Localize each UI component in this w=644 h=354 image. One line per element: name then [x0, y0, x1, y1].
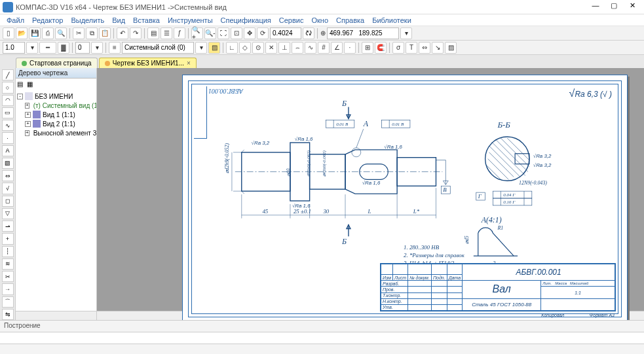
redo-button[interactable]: ↷ — [130, 27, 142, 39]
snap-mid-button[interactable]: ◇ — [239, 42, 251, 54]
menu-file[interactable]: Файл — [3, 16, 28, 24]
mark-button[interactable]: ↘ — [432, 42, 444, 54]
geom-axis-button[interactable]: ┆ — [2, 246, 14, 257]
tree-btn[interactable]: ▦ — [27, 80, 36, 90]
geom-rough-button[interactable]: √ — [2, 183, 14, 194]
undo-button[interactable]: ↶ — [117, 27, 128, 39]
drawing-canvas[interactable]: АБВГ.00.001 √Ra 6,3 (√ ) — [97, 68, 644, 311]
geom-text-button[interactable]: A — [2, 145, 14, 156]
new-button[interactable]: ▯ — [3, 27, 14, 39]
tree-btn[interactable]: ▤ — [17, 80, 26, 90]
command-input[interactable] — [0, 332, 644, 344]
edit-extend-button[interactable]: → — [2, 283, 14, 294]
pan-button[interactable]: ✥ — [244, 27, 256, 39]
geom-line-button[interactable]: ╱ — [2, 69, 14, 80]
edit-mirror-button[interactable]: ⇋ — [2, 309, 14, 320]
layer-button[interactable]: ≡ — [109, 42, 121, 54]
dim-button[interactable]: ⇔ — [419, 42, 430, 54]
menu-select[interactable]: Выделить — [67, 16, 108, 24]
tree-expand-icon[interactable]: + — [25, 112, 31, 118]
tree-node-view1[interactable]: + Вид 1 (1:1) — [17, 110, 95, 119]
menu-service[interactable]: Сервис — [275, 16, 308, 24]
cut-button[interactable]: ✂ — [73, 27, 85, 39]
tree-collapse-icon[interactable]: - — [17, 94, 23, 99]
coord-mode-button[interactable]: ▾ — [400, 27, 412, 39]
preview-button[interactable]: 🔍 — [55, 27, 67, 39]
geom-dim-button[interactable]: ⇔ — [2, 170, 14, 181]
snap-grid-button[interactable]: # — [318, 42, 330, 54]
snap-center-button[interactable]: ⊙ — [252, 42, 264, 54]
geom-datum-button[interactable]: ▽ — [2, 208, 14, 219]
menu-insert[interactable]: Вставка — [129, 16, 164, 24]
attr-button[interactable]: σ — [392, 42, 404, 54]
orbit-button[interactable]: ⟳ — [257, 27, 269, 39]
tree-root[interactable]: - БЕЗ ИМЕНИ — [17, 92, 95, 101]
snap-perp-button[interactable]: ⊥ — [278, 42, 290, 54]
tab-close-icon[interactable]: × — [187, 60, 191, 67]
snap-nearest-button[interactable]: ∿ — [305, 42, 316, 54]
geom-tol-button[interactable]: ◻ — [2, 196, 14, 207]
line-dropdown[interactable]: ▾ — [26, 42, 38, 54]
drawing-tree[interactable]: ▤ ▦ - БЕЗ ИМЕНИ + (т) Системный вид (1:1… — [16, 79, 96, 311]
geom-spline-button[interactable]: ∿ — [2, 120, 14, 131]
zoom-input[interactable] — [270, 27, 301, 39]
tree-scrollbar[interactable] — [16, 311, 96, 320]
props-button[interactable]: ☰ — [161, 27, 172, 39]
snap-point-button[interactable]: · — [344, 42, 356, 54]
paste-button[interactable]: 📋 — [99, 27, 111, 39]
step-input[interactable] — [75, 42, 90, 54]
resize-grip[interactable] — [0, 344, 644, 354]
open-button[interactable]: 📂 — [16, 27, 28, 39]
snap-toggle-button[interactable]: 🧲 — [375, 42, 387, 54]
print-button[interactable]: ⎙ — [42, 27, 54, 39]
refresh-button[interactable]: 🗘 — [303, 27, 314, 39]
save-button[interactable]: 💾 — [29, 27, 41, 39]
tree-expand-icon[interactable]: + — [25, 103, 29, 109]
copy-button[interactable]: ⧉ — [86, 27, 98, 39]
snap-tangent-button[interactable]: ⌢ — [292, 42, 303, 54]
menu-window[interactable]: Окно — [307, 16, 332, 24]
geom-point-button[interactable]: · — [2, 132, 14, 143]
tree-expand-icon[interactable]: + — [25, 121, 31, 127]
tree-node-system-view[interactable]: + (т) Системный вид (1:1) — [17, 101, 95, 110]
tree-expand-icon[interactable]: + — [25, 130, 29, 136]
geom-arc-button[interactable]: ◠ — [2, 95, 14, 106]
tree-node-view2[interactable]: + Вид 2 (1:1) — [17, 119, 95, 128]
menu-tools[interactable]: Инструменты — [164, 16, 217, 24]
filter-button[interactable]: ▤ — [147, 27, 159, 39]
layer-dropdown[interactable]: ▾ — [195, 42, 207, 54]
zoom-out-button[interactable]: 🔍- — [204, 27, 216, 39]
snap-end-button[interactable]: ∟ — [226, 42, 238, 54]
menu-help[interactable]: Справка — [332, 16, 368, 24]
geom-rect-button[interactable]: ▭ — [2, 107, 14, 118]
geom-circle-button[interactable]: ○ — [2, 82, 14, 93]
tab-start-page[interactable]: Стартовая страница — [16, 58, 98, 68]
layer-color-button[interactable]: ▨ — [208, 42, 220, 54]
edit-fillet-button[interactable]: ⌒ — [2, 296, 14, 308]
geom-break-button[interactable]: ≋ — [2, 258, 14, 270]
zoom-fit-button[interactable]: ⊡ — [231, 27, 242, 39]
line-style-button[interactable]: ━ — [39, 42, 56, 54]
minimize-button[interactable]: — — [586, 1, 605, 13]
hatch-button[interactable]: ▨ — [445, 42, 457, 54]
snap-angle-button[interactable]: ∠ — [331, 42, 343, 54]
maximize-button[interactable]: ▢ — [605, 1, 623, 13]
ortho-button[interactable]: ⊞ — [362, 42, 373, 54]
menu-edit[interactable]: Редактор — [28, 16, 67, 24]
step-dropdown[interactable]: ▾ — [91, 42, 103, 54]
geom-center-button[interactable]: + — [2, 233, 14, 244]
geom-hatch-button[interactable]: ▨ — [2, 158, 14, 169]
text-button[interactable]: T — [406, 42, 417, 54]
menu-spec[interactable]: Спецификация — [217, 16, 275, 24]
menu-libraries[interactable]: Библиотеки — [368, 16, 415, 24]
tab-drawing[interactable]: Чертеж БЕЗ ИМЕНИ1... × — [99, 58, 197, 68]
edit-trim-button[interactable]: ✂ — [2, 271, 14, 282]
geom-section-button[interactable]: ⇀ — [2, 221, 14, 232]
zoom-window-button[interactable]: ⛶ — [218, 27, 229, 39]
layer-combo[interactable] — [122, 42, 194, 54]
snap-intersect-button[interactable]: ✕ — [265, 42, 277, 54]
line-weight-input[interactable] — [3, 42, 25, 54]
color-button[interactable]: ▓ — [58, 42, 69, 54]
close-button[interactable]: ✕ — [623, 1, 641, 13]
menu-view[interactable]: Вид — [108, 16, 129, 24]
